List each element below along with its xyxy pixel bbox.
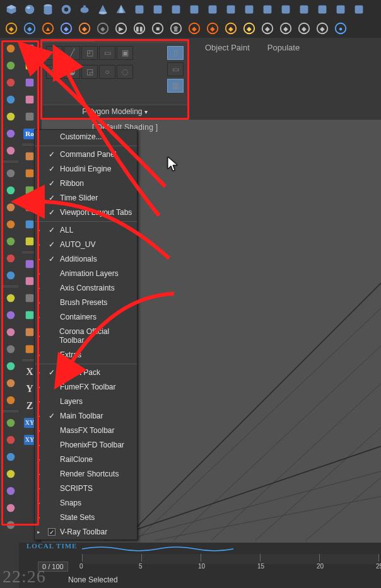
- blank[interactable]: ◆: [94, 20, 112, 37]
- primitive-text-button[interactable]: [350, 1, 368, 18]
- tb1[interactable]: [21, 40, 38, 57]
- menu-item-ribbon[interactable]: ✓Ribbon: [35, 176, 137, 191]
- tool-a1[interactable]: [2, 40, 20, 57]
- primitive-patch-grid-button[interactable]: [332, 1, 349, 18]
- tool-a3[interactable]: [2, 74, 20, 91]
- tool-a23[interactable]: [2, 432, 20, 448]
- menu-item-snaps[interactable]: ▸Snaps: [35, 496, 137, 510]
- tool-a8[interactable]: [2, 165, 20, 182]
- flame-a-icon[interactable]: ◆: [185, 20, 203, 37]
- menu-item-v-ray-toolbar[interactable]: ▸✓V-Ray Toolbar: [35, 525, 137, 539]
- menu-item-all[interactable]: ▸✓ALL: [35, 223, 137, 238]
- tool-a7[interactable]: [2, 142, 20, 159]
- primitive-gengon-button[interactable]: [277, 1, 295, 18]
- menu-item-animation-layers[interactable]: ▸Animation Layers: [35, 267, 137, 281]
- menu-item-additionals[interactable]: ▸✓Additionals: [35, 252, 137, 267]
- tool-a9[interactable]: [2, 182, 20, 199]
- burst-icon[interactable]: ◆: [222, 20, 240, 37]
- subobj-vertex-button[interactable]: ◦: [46, 46, 62, 60]
- time-ruler[interactable]: 0510152025: [82, 554, 378, 564]
- tool-a26[interactable]: [2, 483, 20, 499]
- edit-btn-3[interactable]: ◲: [81, 65, 98, 79]
- primitive-spindle-button[interactable]: [240, 1, 258, 18]
- tool-a21[interactable]: [2, 392, 20, 408]
- tool-a27[interactable]: [2, 500, 20, 516]
- menu-item-auto-uv[interactable]: ▸✓AUTO_UV: [35, 238, 137, 252]
- tb5[interactable]: [21, 108, 38, 125]
- subobj-element-button[interactable]: ▣: [117, 46, 133, 60]
- toolbar-separator[interactable]: [3, 410, 18, 413]
- tool-a6[interactable]: [2, 125, 20, 142]
- tool-a5[interactable]: [2, 108, 20, 125]
- subobj-poly-button[interactable]: ▭: [99, 46, 115, 60]
- menu-item-viewport-layout-tabs[interactable]: ✓Viewport Layout Tabs: [35, 205, 137, 220]
- primitive-oil-tank-button[interactable]: [222, 1, 240, 18]
- primitive-chamfer-box-button[interactable]: [185, 1, 203, 18]
- primitive-pyramid-button[interactable]: [112, 1, 130, 18]
- primitive-sphere-button[interactable]: [21, 1, 38, 18]
- menu-item-customize-[interactable]: Customize...: [35, 130, 137, 144]
- tool-a10[interactable]: [2, 199, 20, 216]
- menu-item-containers[interactable]: ▸Containers: [35, 310, 137, 325]
- tool-a22[interactable]: [2, 415, 20, 431]
- subobj-border-button[interactable]: ◰: [81, 46, 98, 60]
- toolbar-separator[interactable]: [3, 161, 18, 163]
- menu-item-command-panel[interactable]: ✓Command Panel: [35, 147, 137, 162]
- swirl-icon[interactable]: ◆: [314, 20, 331, 37]
- edit-btn-2[interactable]: ◒: [64, 65, 80, 79]
- primitive-cube-button[interactable]: [3, 1, 20, 18]
- menu-item-time-slider[interactable]: ✓Time Slider: [35, 191, 137, 205]
- tool-a12[interactable]: [2, 233, 20, 250]
- tool-a2[interactable]: [2, 57, 20, 74]
- primitive-prism-button[interactable]: [149, 1, 167, 18]
- primitive-cylinder-button[interactable]: [39, 1, 57, 18]
- drop-icon[interactable]: ●: [332, 20, 349, 37]
- tool-a25[interactable]: [2, 466, 20, 482]
- menu-item-brush-presets[interactable]: ▸Brush Presets: [35, 296, 137, 310]
- menu-item-layers[interactable]: ▸Layers: [35, 395, 137, 409]
- atoms-icon[interactable]: ◆: [76, 20, 93, 37]
- selection-region-icon[interactable]: ◆: [3, 20, 20, 37]
- primitive-hose-button[interactable]: [314, 1, 331, 18]
- ribbon-tab-object-paint[interactable]: Object Paint: [196, 40, 259, 57]
- tool-a17[interactable]: [2, 324, 20, 340]
- preview-toggle-b[interactable]: ▭: [167, 62, 184, 76]
- subobj-edge-button[interactable]: ╱: [64, 46, 80, 60]
- primitive-cone-button[interactable]: [94, 1, 112, 18]
- curve-track[interactable]: [82, 545, 378, 553]
- fire-icon[interactable]: ▲: [39, 20, 57, 37]
- tb2[interactable]: [21, 57, 38, 74]
- flame-b-icon[interactable]: ◆: [204, 20, 221, 37]
- toolbar-separator[interactable]: [3, 285, 18, 288]
- tool-a19[interactable]: [2, 358, 20, 374]
- menu-item-massfx-toolbar[interactable]: ▸MassFX Toolbar: [35, 424, 137, 438]
- tool-a11[interactable]: [2, 216, 20, 233]
- play-icon[interactable]: ▶: [112, 20, 130, 37]
- menu-item-forest-pack[interactable]: ▸✓Forest Pack: [35, 366, 137, 380]
- menu-item-axis-constraints[interactable]: ▸Axis Constraints: [35, 281, 137, 296]
- menu-item-corona-official-toolbar[interactable]: ▸Corona Official Toolbar: [35, 325, 137, 348]
- primitive-extended-primitive-button[interactable]: [131, 1, 148, 18]
- preview-toggle-a[interactable]: ▯: [167, 46, 184, 60]
- menu-item-phoenixfd-toolbar[interactable]: ▸PhoenixFD Toolbar: [35, 438, 137, 453]
- ribbon-tab-populate[interactable]: Populate: [259, 40, 308, 57]
- menu-item-houdini-engine[interactable]: ✓Houdini Engine: [35, 162, 137, 176]
- render-icon[interactable]: ◆: [277, 20, 295, 37]
- menu-item-scripts[interactable]: ▸SCRIPTS: [35, 481, 137, 496]
- orb-icon[interactable]: ◆: [259, 20, 276, 37]
- primitive-lextended-button[interactable]: [259, 1, 276, 18]
- tool-a28[interactable]: [2, 517, 20, 533]
- preview-toggle-c[interactable]: ▥: [167, 79, 184, 93]
- tool-a24[interactable]: [2, 449, 20, 465]
- edit-btn-5[interactable]: ◌: [117, 65, 133, 79]
- primitive-hedra-button[interactable]: [167, 1, 185, 18]
- edit-btn-4[interactable]: ○: [99, 65, 115, 79]
- tool-a18[interactable]: [2, 341, 20, 357]
- menu-item-state-sets[interactable]: ▸State Sets: [35, 510, 137, 525]
- stop-icon[interactable]: ■: [149, 20, 167, 37]
- menu-item-render-shortcuts[interactable]: ▸Render Shortcuts: [35, 467, 137, 481]
- polygon-modeling-title[interactable]: Polygon Modeling ▾: [42, 105, 187, 118]
- menu-item-main-toolbar[interactable]: ▸✓Main Toolbar: [35, 409, 137, 424]
- rays-icon[interactable]: ◆: [240, 20, 258, 37]
- primitive-capsule-button[interactable]: [204, 1, 221, 18]
